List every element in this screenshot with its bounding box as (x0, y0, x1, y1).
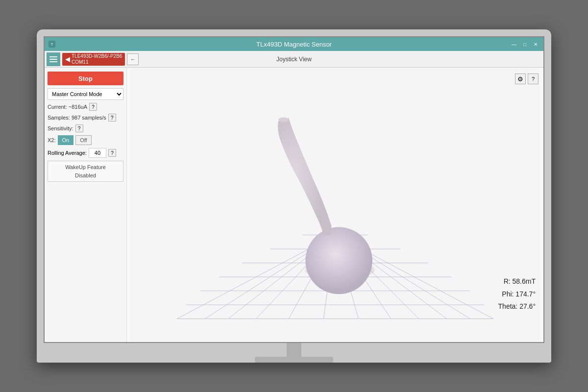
view-help-button[interactable]: ? (528, 74, 539, 84)
hamburger-line (49, 59, 57, 60)
r-label: R: (504, 277, 511, 285)
gear-button[interactable]: ⚙ (515, 74, 526, 84)
data-readout: R: 58.6mT Phi: 174.7° Theta: 27.6° (498, 275, 536, 313)
app-titlebar: T TLx493D Magnetic Sensor — □ ✕ (45, 37, 543, 51)
monitor-stand (255, 343, 333, 363)
samples-help-button[interactable]: ? (108, 114, 116, 122)
rolling-label: Rolling Average: (48, 150, 87, 156)
phi-value: 174.7° (515, 290, 536, 298)
wakeup-box: WakeUp Feature Disabled (48, 161, 123, 182)
sensitivity-label: Sensitivity: (48, 125, 74, 131)
joystick-view-label: Joystick View (276, 56, 312, 63)
svg-point-22 (278, 118, 289, 122)
app-title: TLx493D Magnetic Sensor (256, 41, 332, 48)
device-label: TLE493D-W2B6/-P2B6 (72, 53, 122, 59)
wakeup-line2: Disabled (51, 172, 120, 180)
view-controls: ⚙ ? (515, 74, 539, 84)
rolling-average-row: Rolling Average: ? (48, 148, 123, 158)
samples-label: Samples: 987 samples/s (48, 115, 106, 121)
rolling-help-button[interactable]: ? (108, 149, 116, 157)
monitor: T TLx493D Magnetic Sensor — □ ✕ ◀ TLE493… (37, 29, 551, 363)
theta-row: Theta: 27.6° (498, 300, 536, 313)
main-content: Stop Master Control Mode Current: ~816uA… (45, 68, 543, 342)
stop-button[interactable]: Stop (48, 72, 123, 85)
hamburger-button[interactable] (47, 52, 60, 66)
svg-point-21 (305, 227, 372, 294)
device-badge: ◀ TLE493D-W2B6/-P2B6 COM11 (62, 53, 125, 66)
r-row: R: 58.6mT (498, 275, 536, 288)
x2-off-button[interactable]: Off (75, 135, 91, 145)
close-button[interactable]: ✕ (532, 40, 539, 48)
restore-button[interactable]: □ (521, 40, 529, 48)
sensitivity-row: Sensitivity: ? (48, 124, 123, 132)
theta-value: 27.6° (519, 302, 536, 310)
samples-row: Samples: 987 samples/s ? (48, 114, 123, 122)
screen: T TLx493D Magnetic Sensor — □ ✕ ◀ TLE493… (44, 36, 544, 343)
com-label: COM11 (72, 59, 122, 65)
x2-on-button[interactable]: On (58, 135, 74, 145)
x2-row: X2: On Off (48, 135, 123, 145)
3d-scene (127, 68, 543, 342)
theta-label: Theta: (498, 302, 518, 310)
sidebar: Stop Master Control Mode Current: ~816uA… (45, 68, 127, 342)
monitor-base (255, 357, 333, 363)
rolling-input[interactable] (89, 148, 106, 158)
r-value: 58.6mT (513, 277, 536, 285)
minimize-button[interactable]: — (510, 40, 518, 48)
monitor-neck (287, 343, 301, 357)
hamburger-line (49, 61, 57, 62)
current-label: Current: ~816uA (48, 104, 87, 110)
phi-label: Phi: (502, 290, 514, 298)
current-row: Current: ~816uA ? (48, 103, 123, 111)
window-controls: — □ ✕ (510, 37, 539, 51)
current-help-button[interactable]: ? (89, 103, 97, 111)
svg-rect-0 (130, 68, 539, 342)
view-area: ⚙ ? (127, 68, 543, 342)
app-icon: T (49, 41, 55, 48)
back-arrow-button[interactable]: ← (127, 53, 139, 65)
wakeup-line1: WakeUp Feature (51, 163, 120, 172)
phi-row: Phi: 174.7° (498, 288, 536, 300)
back-icon: ◀ (65, 55, 70, 63)
control-mode-select[interactable]: Master Control Mode (48, 88, 123, 100)
hamburger-line (49, 56, 57, 57)
sensitivity-help-button[interactable]: ? (75, 124, 83, 132)
toolbar: ◀ TLE493D-W2B6/-P2B6 COM11 ← Joystick Vi… (45, 51, 543, 68)
x2-label: X2: (48, 137, 56, 143)
